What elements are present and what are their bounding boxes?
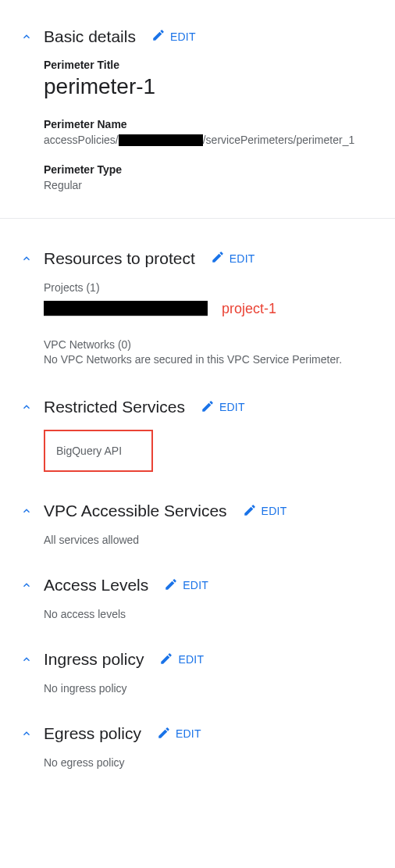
chevron-up-icon[interactable] xyxy=(19,29,34,45)
section-header: Egress policy EDIT xyxy=(19,723,376,745)
vpc-networks-text: No VPC Networks are secured in this VPC … xyxy=(44,352,376,368)
chevron-up-icon[interactable] xyxy=(19,399,34,415)
chevron-up-icon[interactable] xyxy=(19,577,34,593)
edit-label: EDIT xyxy=(219,401,245,413)
edit-label: EDIT xyxy=(178,653,204,666)
section-title: Resources to protect xyxy=(44,249,195,268)
section-content: Perimeter Title perimeter-1 Perimeter Na… xyxy=(19,59,376,191)
ingress-policy-section: Ingress policy EDIT No ingress policy xyxy=(0,639,395,713)
redacted-project-id xyxy=(44,301,208,316)
perimeter-name-suffix: /servicePerimeters/perimeter_1 xyxy=(203,134,355,146)
resources-section: Resources to protect EDIT Projects (1) p… xyxy=(0,238,395,387)
restricted-service-item: BigQuery API xyxy=(56,445,122,457)
pencil-icon xyxy=(201,399,215,416)
chevron-up-icon[interactable] xyxy=(19,503,34,519)
edit-label: EDIT xyxy=(230,252,255,265)
section-header: Resources to protect EDIT xyxy=(19,247,376,270)
projects-row: project-1 xyxy=(44,301,376,317)
section-title: Egress policy xyxy=(44,724,141,743)
section-header: Ingress policy EDIT xyxy=(19,648,376,671)
access-levels-section: Access Levels EDIT No access levels xyxy=(0,565,395,639)
vpc-accessible-section: VPC Accessible Services EDIT All service… xyxy=(0,491,395,565)
egress-policy-text: No egress policy xyxy=(19,756,376,769)
pencil-icon xyxy=(159,652,173,668)
section-title: Restricted Services xyxy=(44,398,185,416)
section-title: Basic details xyxy=(44,27,136,46)
pencil-icon xyxy=(243,503,257,520)
chevron-up-icon[interactable] xyxy=(19,251,34,266)
edit-label: EDIT xyxy=(176,727,201,740)
ingress-policy-text: No ingress policy xyxy=(19,682,376,695)
section-content: Projects (1) project-1 VPC Networks (0) … xyxy=(19,280,376,368)
section-title: VPC Accessible Services xyxy=(44,502,227,520)
perimeter-name-prefix: accessPolicies/ xyxy=(44,134,119,146)
edit-button[interactable]: EDIT xyxy=(151,723,208,745)
pencil-icon xyxy=(164,577,178,594)
basic-details-section: Basic details EDIT Perimeter Title perim… xyxy=(0,16,395,210)
chevron-up-icon[interactable] xyxy=(19,726,34,741)
section-header: Access Levels EDIT xyxy=(19,574,376,597)
edit-button[interactable]: EDIT xyxy=(194,396,251,419)
section-title: Ingress policy xyxy=(44,650,144,669)
edit-label: EDIT xyxy=(183,579,208,591)
edit-label: EDIT xyxy=(262,505,287,517)
edit-button[interactable]: EDIT xyxy=(237,500,294,523)
edit-button[interactable]: EDIT xyxy=(153,648,210,671)
chevron-up-icon[interactable] xyxy=(19,652,34,667)
perimeter-type-label: Perimeter Type xyxy=(44,163,376,176)
pencil-icon xyxy=(157,726,171,742)
perimeter-type-value: Regular xyxy=(44,179,376,191)
perimeter-title-label: Perimeter Title xyxy=(44,59,376,71)
perimeter-title-value: perimeter-1 xyxy=(44,74,376,99)
perimeter-name-label: Perimeter Name xyxy=(44,118,376,130)
restricted-services-section: Restricted Services EDIT BigQuery API xyxy=(0,387,395,491)
perimeter-name-value: accessPolicies/ /servicePerimeters/perim… xyxy=(44,134,376,146)
section-header: Restricted Services EDIT xyxy=(19,396,376,419)
section-header: VPC Accessible Services EDIT xyxy=(19,500,376,523)
vpc-accessible-text: All services allowed xyxy=(19,534,376,546)
project-name: project-1 xyxy=(222,301,276,317)
vpc-networks-label: VPC Networks (0) xyxy=(44,338,376,353)
pencil-icon xyxy=(151,28,165,45)
edit-button[interactable]: EDIT xyxy=(158,574,215,597)
section-title: Access Levels xyxy=(44,576,148,595)
edit-button[interactable]: EDIT xyxy=(205,247,262,270)
pencil-icon xyxy=(211,250,225,266)
highlighted-service-box: BigQuery API xyxy=(44,430,153,472)
edit-label: EDIT xyxy=(170,30,196,43)
egress-policy-section: Egress policy EDIT No egress policy xyxy=(0,713,395,788)
section-header: Basic details EDIT xyxy=(19,25,376,48)
divider xyxy=(0,218,395,219)
edit-button[interactable]: EDIT xyxy=(145,25,202,48)
redacted-policy-id xyxy=(119,134,203,146)
projects-label: Projects (1) xyxy=(44,280,376,296)
access-levels-text: No access levels xyxy=(19,608,376,620)
